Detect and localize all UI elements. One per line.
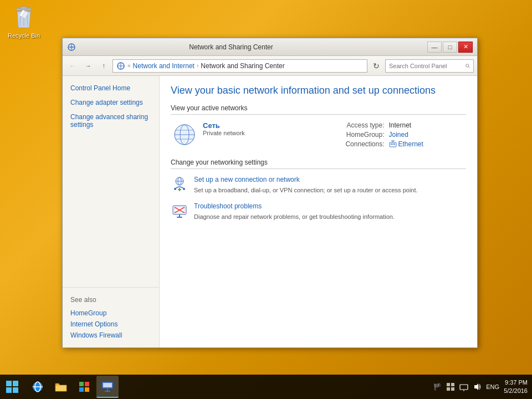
svg-rect-39 — [6, 387, 12, 393]
svg-point-27 — [174, 188, 176, 190]
sidebar-change-advanced[interactable]: Change advanced sharing settings — [63, 111, 159, 130]
svg-rect-47 — [79, 387, 84, 392]
svg-rect-38 — [13, 381, 18, 386]
recycle-bin-label: Recycle Bin — [4, 32, 43, 39]
windows-logo-icon — [6, 380, 19, 393]
troubleshoot-desc: Diagnose and repair network problems, or… — [194, 213, 395, 220]
svg-rect-46 — [85, 382, 89, 386]
svg-rect-37 — [6, 381, 12, 386]
recycle-bin-icon[interactable]: Recycle Bin — [4, 4, 43, 39]
svg-rect-55 — [447, 387, 450, 391]
sidebar-windows-firewall[interactable]: Windows Firewall — [63, 330, 159, 341]
svg-line-12 — [468, 66, 469, 68]
active-networks-header: View your active networks — [171, 104, 466, 115]
tray-icons: 🏴 — [432, 381, 500, 392]
new-connection-link[interactable]: Set up a new connection or network — [194, 176, 418, 183]
access-type-label: Access type: — [335, 121, 385, 129]
svg-rect-56 — [451, 387, 454, 391]
back-button[interactable]: ← — [66, 59, 79, 73]
forward-button[interactable]: → — [81, 59, 95, 73]
networking-settings-header: Change your networking settings — [171, 158, 466, 169]
path-current: Network and Sharing Center — [201, 62, 284, 70]
sidebar-change-adapter[interactable]: Change adapter settings — [63, 97, 159, 108]
svg-rect-50 — [103, 383, 112, 387]
search-input[interactable] — [389, 63, 466, 69]
sidebar-homegroup[interactable]: HomeGroup — [63, 308, 159, 319]
ethernet-icon — [389, 140, 397, 148]
svg-point-11 — [466, 64, 469, 66]
tray-windows-icon[interactable] — [445, 381, 456, 392]
svg-point-28 — [183, 188, 185, 190]
tray-network-icon[interactable] — [458, 381, 469, 392]
connection-setup-icon — [171, 176, 188, 193]
svg-rect-40 — [13, 387, 18, 393]
tray-lang-label[interactable]: ENG — [485, 381, 500, 392]
sidebar-internet-options[interactable]: Internet Options — [63, 319, 159, 330]
tray-flag-icon[interactable]: 🏴 — [432, 381, 443, 392]
svg-rect-1 — [21, 7, 27, 9]
svg-rect-52 — [105, 391, 110, 392]
network-details: Access type: Internet HomeGroup: Joined … — [335, 121, 467, 150]
network-name-area: Сеть Private network — [203, 121, 335, 136]
svg-rect-44 — [55, 385, 66, 391]
svg-rect-20 — [392, 144, 393, 145]
homegroup-label: HomeGroup: — [335, 131, 385, 139]
tray-sound-icon[interactable] — [472, 381, 483, 392]
network-taskbar-icon[interactable] — [96, 376, 119, 398]
network-type: Private network — [203, 130, 335, 136]
address-bar: ← → ↑ « Network and Internet › Network a… — [63, 56, 477, 76]
access-type-row: Access type: Internet — [335, 121, 467, 129]
close-button[interactable]: ✕ — [458, 42, 473, 53]
taskbar: 🏴 — [0, 375, 532, 399]
troubleshoot-link[interactable]: Troubleshoot problems — [194, 202, 395, 210]
active-network-row: Сеть Private network Access type: Intern… — [171, 121, 466, 150]
clock[interactable]: 9:37 PM 5/2/2016 — [504, 378, 528, 396]
new-connection-desc: Set up a broadband, dial-up, or VPN conn… — [194, 187, 418, 193]
taskbar-icons — [24, 376, 121, 398]
path-icon — [116, 62, 125, 70]
new-connection-text: Set up a new connection or network Set u… — [194, 176, 418, 195]
content-panel: View your basic network information and … — [160, 76, 477, 347]
network-sharing-center-window: Network and Sharing Center — □ ✕ ← → ↑ «… — [62, 38, 478, 348]
up-button[interactable]: ↑ — [97, 59, 110, 73]
refresh-button[interactable]: ↻ — [370, 59, 383, 73]
window-controls: — □ ✕ — [427, 42, 473, 53]
connections-value[interactable]: Ethernet — [389, 140, 423, 148]
svg-rect-36 — [177, 217, 182, 218]
homegroup-row: HomeGroup: Joined — [335, 131, 467, 139]
path-separator-2: › — [197, 63, 198, 69]
recycle-bin-graphic — [11, 4, 37, 31]
clock-time: 9:37 PM — [504, 378, 528, 387]
svg-rect-19 — [391, 144, 392, 145]
homegroup-value[interactable]: Joined — [389, 131, 408, 139]
path-network-internet[interactable]: Network and Internet — [133, 62, 195, 70]
troubleshoot-graphic — [171, 202, 188, 220]
desktop: Recycle Bin Network and Sharing Center —… — [0, 0, 532, 399]
search-box — [385, 59, 474, 73]
search-icon — [466, 63, 470, 69]
window-title: Network and Sharing Center — [35, 43, 427, 51]
maximize-button[interactable]: □ — [443, 42, 457, 53]
see-also-title: See also — [63, 294, 159, 305]
troubleshoot-text: Troubleshoot problems Diagnose and repai… — [194, 202, 395, 221]
path-separator-1: « — [127, 63, 131, 69]
ie-taskbar-icon[interactable] — [27, 376, 49, 398]
clock-date: 5/2/2016 — [504, 387, 528, 395]
start-button[interactable] — [0, 375, 24, 399]
sidebar-control-panel-home[interactable]: Control Panel Home — [63, 83, 159, 94]
minimize-button[interactable]: — — [427, 42, 442, 53]
access-type-value: Internet — [389, 121, 412, 129]
sidebar-see-also: See also HomeGroup Internet Options Wind… — [63, 287, 159, 341]
network-graphic — [171, 122, 198, 147]
network-name[interactable]: Сеть — [203, 121, 335, 130]
svg-rect-57 — [460, 385, 468, 390]
svg-rect-53 — [447, 383, 450, 386]
connections-label: Connections: — [335, 140, 385, 148]
explorer-taskbar-icon[interactable] — [50, 376, 72, 398]
svg-rect-45 — [79, 382, 84, 386]
address-path: « Network and Internet › Network and Sha… — [112, 59, 367, 73]
store-taskbar-icon[interactable] — [73, 376, 95, 398]
sidebar: Control Panel Home Change adapter settin… — [63, 76, 160, 347]
action-new-connection: Set up a new connection or network Set u… — [171, 176, 466, 195]
network-globe-icon — [172, 122, 197, 147]
